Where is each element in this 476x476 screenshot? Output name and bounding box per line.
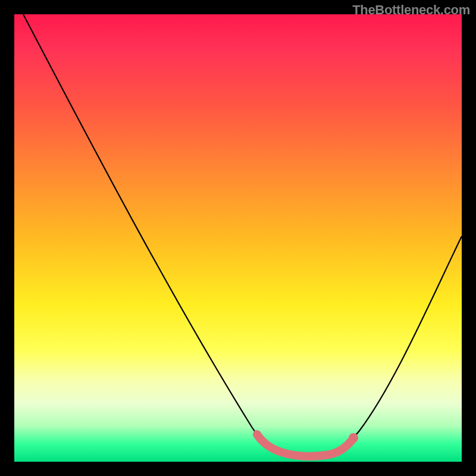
curve-svg bbox=[14, 14, 462, 462]
plot-area bbox=[14, 14, 462, 462]
chart-container: TheBottleneck.com bbox=[0, 0, 476, 476]
bottleneck-curve-path bbox=[23, 14, 462, 456]
highlight-end-marker bbox=[349, 433, 358, 443]
highlight-segment bbox=[257, 434, 353, 456]
watermark-text: TheBottleneck.com bbox=[352, 2, 470, 18]
